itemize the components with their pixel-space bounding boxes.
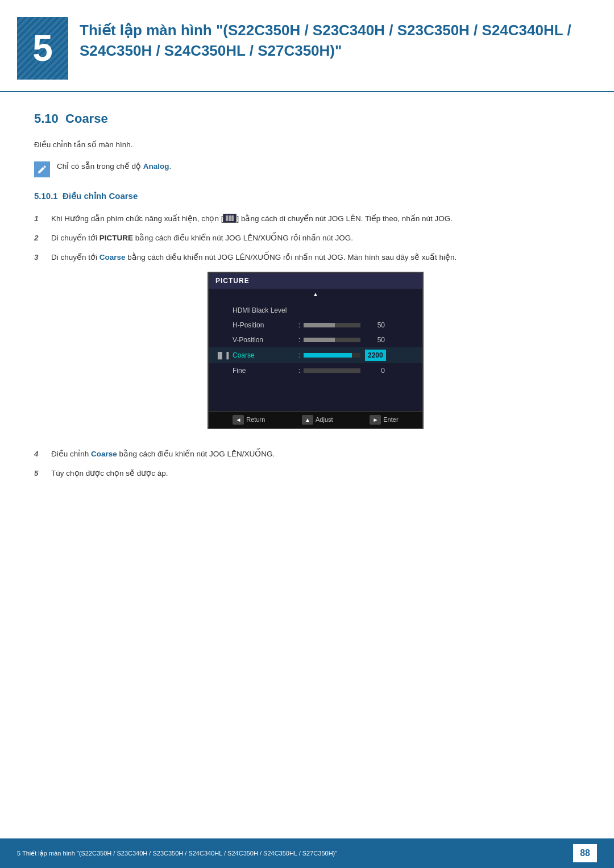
enter-label: Enter xyxy=(383,415,398,425)
step-3-num: 3 xyxy=(34,252,44,263)
row-bar-hpos: 50 xyxy=(304,320,416,330)
footer-adjust: ▲ Adjust xyxy=(302,415,333,425)
step-5: 5 Tùy chọn được chọn sẽ được áp. xyxy=(34,468,580,479)
bar-fill-hpos xyxy=(304,323,335,327)
step-4-text: Điều chỉnh Coarse bằng cách điều khiển n… xyxy=(51,448,580,460)
monitor-ui: PICTURE ▲ HDMI Black Level xyxy=(208,272,424,429)
step-3-text: Di chuyển tới Coarse bằng cách điều khiể… xyxy=(51,252,580,440)
row-label-hpos: H-Position xyxy=(233,320,295,330)
monitor-row-vpos: V-Position : 50 xyxy=(209,333,422,347)
row-value-coarse: 2200 xyxy=(365,350,386,361)
footer-return: ◄ Return xyxy=(233,415,265,425)
chapter-header: 5 Thiết lập màn hình "(S22C350H / S23C34… xyxy=(0,0,614,91)
description: Điều chỉnh tần số màn hình. xyxy=(34,139,580,151)
step-2: 2 Di chuyển tới PICTURE bằng cách điều k… xyxy=(34,232,580,244)
chapter-title: Thiết lập màn hình "(S22C350H / S23C340H… xyxy=(80,17,580,61)
adjust-label: Adjust xyxy=(316,415,333,425)
page: 5 Thiết lập màn hình "(S22C350H / S23C34… xyxy=(0,0,614,868)
step-5-text: Tùy chọn được chọn sẽ được áp. xyxy=(51,468,580,479)
note-icon xyxy=(34,161,50,177)
bar-fill-coarse xyxy=(304,353,352,358)
chapter-number-box: 5 xyxy=(17,17,68,80)
step-2-text: Di chuyển tới PICTURE bằng cách điều khi… xyxy=(51,232,580,244)
note-box: Chỉ có sẵn trong chế độ Analog. xyxy=(34,161,580,177)
row-label-coarse: Coarse xyxy=(233,350,295,360)
monitor-row-coarse: ▐▌▐ Coarse : 2200 xyxy=(209,347,422,363)
monitor-rows: HDMI Black Level H-Position : xyxy=(209,300,422,411)
row-bar-fine: 0 xyxy=(304,366,416,376)
jog-icon xyxy=(223,214,237,223)
row-label-hdmi: HDMI Black Level xyxy=(233,305,295,315)
monitor-row-spacer1 xyxy=(209,378,422,393)
row-value-hpos: 50 xyxy=(365,320,385,330)
footer-text: 5 Thiết lập màn hình "(S22C350H / S23C34… xyxy=(17,849,337,858)
row-icon-coarse: ▐▌▐ xyxy=(215,350,233,360)
footer-page-number: 88 xyxy=(573,844,597,862)
return-label: Return xyxy=(246,415,265,425)
row-colon-fine: : xyxy=(295,366,304,376)
enter-key: ► xyxy=(370,415,381,425)
subsection-title: 5.10.1 Điều chỉnh Coarse xyxy=(34,190,580,203)
row-bar-coarse: 2200 xyxy=(304,350,416,361)
row-colon-vpos: : xyxy=(295,335,304,345)
row-label-vpos: V-Position xyxy=(233,335,295,345)
page-footer: 5 Thiết lập màn hình "(S22C350H / S23C34… xyxy=(0,838,614,868)
adjust-key: ▲ xyxy=(302,415,313,425)
row-value-vpos: 50 xyxy=(365,335,385,345)
content-area: Điều chỉnh tần số màn hình. Chỉ có sẵn t… xyxy=(0,139,614,479)
step-4: 4 Điều chỉnh Coarse bằng cách điều khiển… xyxy=(34,448,580,460)
row-bar-vpos: 50 xyxy=(304,335,416,345)
row-colon-coarse: : xyxy=(295,350,304,360)
monitor-arrow-up: ▲ xyxy=(209,289,422,300)
monitor-row-hpos: H-Position : 50 xyxy=(209,318,422,333)
steps-list: 1 Khi Hướng dẫn phím chức năng xuất hiện… xyxy=(34,213,580,479)
step-5-num: 5 xyxy=(34,468,44,479)
monitor-row-spacer2 xyxy=(209,393,422,408)
monitor-header: PICTURE xyxy=(209,273,422,289)
bar-track-hpos xyxy=(304,323,360,327)
pencil-icon xyxy=(37,164,47,175)
step-1-num: 1 xyxy=(34,213,44,225)
row-label-fine: Fine xyxy=(233,366,295,376)
step-1-text: Khi Hướng dẫn phím chức năng xuất hiện, … xyxy=(51,213,580,225)
monitor-footer: ◄ Return ▲ Adjust ► Enter xyxy=(209,411,422,428)
step-4-num: 4 xyxy=(34,448,44,460)
footer-enter: ► Enter xyxy=(370,415,398,425)
monitor-row-fine: Fine : 0 xyxy=(209,363,422,378)
section-title: 5.10 Coarse xyxy=(0,92,614,139)
bar-track-fine xyxy=(304,368,360,373)
chapter-number: 5 xyxy=(32,21,53,76)
note-text: Chỉ có sẵn trong chế độ Analog. xyxy=(57,161,171,172)
bar-track-coarse xyxy=(304,353,360,358)
monitor-row-hdmi: HDMI Black Level xyxy=(209,303,422,318)
bar-track-vpos xyxy=(304,338,360,342)
row-value-fine: 0 xyxy=(365,366,385,376)
return-key: ◄ xyxy=(233,415,244,425)
step-1: 1 Khi Hướng dẫn phím chức năng xuất hiện… xyxy=(34,213,580,225)
step-2-num: 2 xyxy=(34,232,44,244)
bar-fill-vpos xyxy=(304,338,335,342)
row-colon-hpos: : xyxy=(295,320,304,330)
step-3: 3 Di chuyển tới Coarse bằng cách điều kh… xyxy=(34,252,580,440)
